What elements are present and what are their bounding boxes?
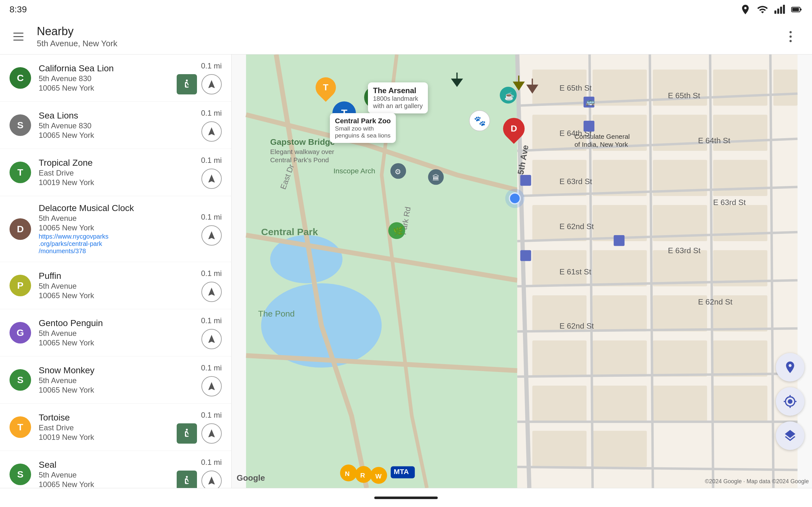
layers-button[interactable]	[776, 421, 804, 450]
list-item[interactable]: D Delacorte Musical Clock 5th Avenue 100…	[0, 196, 231, 262]
home-indicator[interactable]	[374, 497, 438, 499]
avatar: C	[9, 67, 31, 89]
navigate-button[interactable]	[201, 169, 222, 189]
svg-point-116	[505, 189, 525, 208]
accessibility-button[interactable]	[177, 74, 197, 95]
svg-rect-108	[456, 72, 458, 82]
svg-text:☕: ☕	[504, 92, 514, 101]
list-item[interactable]: C California Sea Lion 5th Avenue 830 100…	[0, 55, 231, 102]
popup-title: Central Park Zoo	[335, 117, 391, 125]
item-name: Tortoise	[39, 412, 171, 423]
svg-rect-2	[780, 7, 782, 14]
navigate-button[interactable]	[201, 376, 222, 396]
item-info: Snow Monkey 5th Avenue 10065 New York	[39, 365, 196, 395]
accessibility-button[interactable]	[177, 424, 197, 444]
hamburger-button[interactable]	[9, 28, 27, 46]
item-distance: 0.1 mi	[201, 411, 222, 419]
navigation-icon	[206, 475, 217, 486]
navigation-icon	[206, 174, 217, 184]
hamburger-line	[13, 40, 23, 41]
navigate-button[interactable]	[201, 470, 222, 488]
more-button[interactable]	[781, 28, 799, 46]
item-name: Gentoo Penguin	[39, 318, 196, 328]
accessibility-button[interactable]	[177, 470, 197, 488]
list-item[interactable]: P Puffin 5th Avenue 10065 New York 0.1 m…	[0, 262, 231, 309]
action-buttons	[201, 282, 222, 302]
svg-text:Inscope Arch: Inscope Arch	[334, 167, 375, 175]
list-item[interactable]: G Gentoo Penguin 5th Avenue 10065 New Yo…	[0, 309, 231, 356]
svg-rect-34	[593, 250, 647, 286]
more-dot	[790, 31, 792, 33]
svg-text:E 63rd St: E 63rd St	[713, 198, 746, 207]
svg-rect-0	[774, 10, 776, 14]
item-name: Sea Lions	[39, 111, 196, 121]
wheelchair-icon	[181, 78, 193, 90]
navigate-button[interactable]	[201, 424, 222, 444]
map-copyright: ©2024 Google · Map data ©2024 Google	[705, 478, 809, 485]
page-subtitle: 5th Avenue, New York	[37, 39, 781, 49]
hamburger-line	[13, 36, 23, 37]
navigate-button[interactable]	[201, 225, 222, 245]
navigate-button[interactable]	[201, 329, 222, 349]
google-logo: Google	[237, 473, 265, 483]
status-bar: 8:39	[0, 0, 812, 19]
item-info: Tropical Zone East Drive 10019 New York	[39, 158, 196, 187]
item-info: California Sea Lion 5th Avenue 830 10065…	[39, 63, 171, 93]
svg-rect-20	[773, 70, 798, 106]
status-icons	[740, 4, 803, 15]
item-distance: 0.1 mi	[201, 156, 222, 165]
svg-rect-45	[532, 386, 587, 422]
wheelchair-icon	[181, 428, 193, 439]
svg-rect-26	[593, 160, 647, 196]
svg-rect-46	[593, 386, 647, 422]
my-location-button[interactable]	[776, 387, 804, 416]
svg-rect-35	[653, 250, 707, 286]
main-content: C California Sea Lion 5th Avenue 830 100…	[0, 55, 812, 488]
cellular-icon	[774, 4, 785, 15]
saved-location-button[interactable]	[776, 353, 804, 382]
list-item[interactable]: S Seal 5th Avenue 10065 New York 0.1 mi	[0, 451, 231, 488]
item-city: 10065 New York	[39, 131, 196, 140]
item-distance: 0.1 mi	[201, 316, 222, 325]
item-address: East Drive	[39, 169, 196, 177]
svg-rect-49	[532, 431, 587, 467]
avatar: P	[9, 275, 31, 296]
list-item[interactable]: T Tropical Zone East Drive 10019 New Yor…	[0, 149, 231, 196]
item-city: 10065 New York	[39, 83, 171, 93]
item-name: Tropical Zone	[39, 158, 196, 168]
item-address: 5th Avenue	[39, 376, 196, 385]
map-panel[interactable]: East Dr Park Rd	[232, 55, 812, 488]
item-address: 5th Avenue	[39, 329, 196, 338]
arsenal-popup[interactable]: The Arsenal 1800s landmarkwith an art ga…	[368, 82, 428, 113]
svg-rect-5	[792, 8, 799, 11]
navigate-button[interactable]	[201, 74, 222, 95]
list-panel[interactable]: C California Sea Lion 5th Avenue 830 100…	[0, 55, 232, 488]
map-controls	[776, 353, 804, 450]
navigation-icon	[206, 230, 217, 240]
list-item[interactable]: T Tortoise East Drive 10019 New York 0.1…	[0, 404, 231, 451]
item-info: Delacorte Musical Clock 5th Avenue 10065…	[39, 203, 196, 255]
item-name: Delacorte Musical Clock	[39, 203, 196, 213]
battery-icon	[791, 4, 803, 15]
svg-rect-42	[593, 341, 647, 377]
navigate-button[interactable]	[201, 282, 222, 302]
item-address: East Drive	[39, 424, 171, 432]
item-info: Seal 5th Avenue 10065 New York	[39, 460, 171, 488]
list-item[interactable]: S Snow Monkey 5th Avenue 10065 New York …	[0, 356, 231, 404]
svg-text:Consulate General: Consulate General	[574, 133, 629, 140]
svg-point-8	[186, 429, 188, 431]
svg-rect-98	[614, 235, 624, 246]
navigate-button[interactable]	[201, 121, 222, 142]
map-pin-red-d[interactable]: D	[503, 118, 525, 139]
svg-text:E 63rd St: E 63rd St	[560, 177, 592, 186]
item-actions: 0.1 mi	[201, 316, 222, 349]
item-city: 10019 New York	[39, 178, 196, 187]
action-buttons	[201, 376, 222, 396]
svg-point-9	[186, 476, 188, 478]
list-item[interactable]: S Sea Lions 5th Avenue 830 10065 New Yor…	[0, 102, 231, 149]
zoo-popup[interactable]: Central Park Zoo Small zoo withpenguins …	[330, 113, 396, 143]
map-pin-yellow-t[interactable]: T	[316, 77, 336, 98]
svg-text:E 65th St: E 65th St	[668, 91, 700, 100]
item-actions: 0.1 mi	[177, 458, 222, 488]
svg-rect-24	[713, 115, 767, 151]
